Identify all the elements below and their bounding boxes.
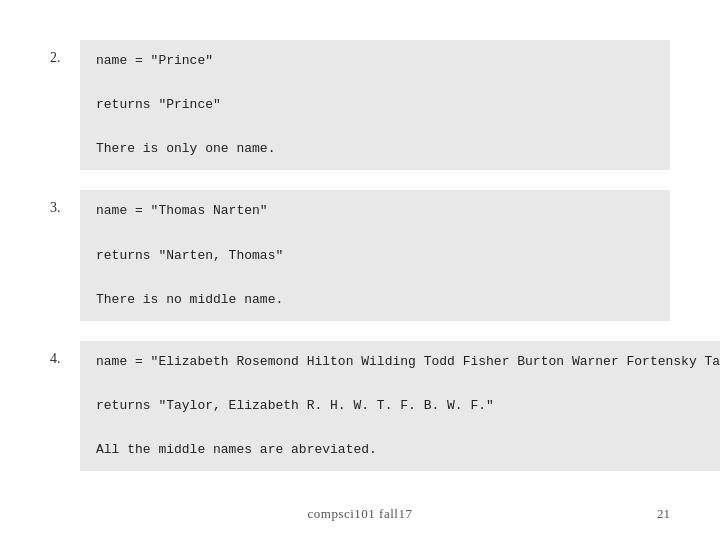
example-block-2: 3.name = "Thomas Narten" returns "Narten… — [50, 190, 670, 320]
code-line-3-0: name = "Elizabeth Rosemond Hilton Wildin… — [96, 351, 720, 373]
code-block-1: name = "Prince" returns "Prince" There i… — [80, 40, 670, 170]
example-block-3: 4.name = "Elizabeth Rosemond Hilton Wild… — [50, 341, 670, 471]
example-number-1: 2. — [50, 40, 80, 66]
code-line-2-2: returns "Narten, Thomas" — [96, 245, 654, 267]
code-line-1-3 — [96, 116, 654, 138]
code-line-1-1 — [96, 72, 654, 94]
example-block-1: 2.name = "Prince" returns "Prince" There… — [50, 40, 670, 170]
code-block-3: name = "Elizabeth Rosemond Hilton Wildin… — [80, 341, 720, 471]
code-line-3-2: returns "Taylor, Elizabeth R. H. W. T. F… — [96, 395, 720, 417]
code-line-3-3 — [96, 417, 720, 439]
code-line-1-4: There is only one name. — [96, 138, 654, 160]
example-number-2: 3. — [50, 190, 80, 216]
code-line-2-4: There is no middle name. — [96, 289, 654, 311]
code-line-2-0: name = "Thomas Narten" — [96, 200, 654, 222]
example-number-3: 4. — [50, 341, 80, 367]
code-line-2-1 — [96, 223, 654, 245]
page-content: 2.name = "Prince" returns "Prince" There… — [0, 0, 720, 540]
code-line-3-1 — [96, 373, 720, 395]
footer-center-text: compsci101 fall17 — [308, 506, 413, 522]
footer: compsci101 fall17 21 — [0, 506, 720, 522]
code-line-3-4: All the middle names are abreviated. — [96, 439, 720, 461]
code-line-2-3 — [96, 267, 654, 289]
code-block-2: name = "Thomas Narten" returns "Narten, … — [80, 190, 670, 320]
footer-page-number: 21 — [657, 506, 670, 522]
code-line-1-0: name = "Prince" — [96, 50, 654, 72]
code-line-1-2: returns "Prince" — [96, 94, 654, 116]
